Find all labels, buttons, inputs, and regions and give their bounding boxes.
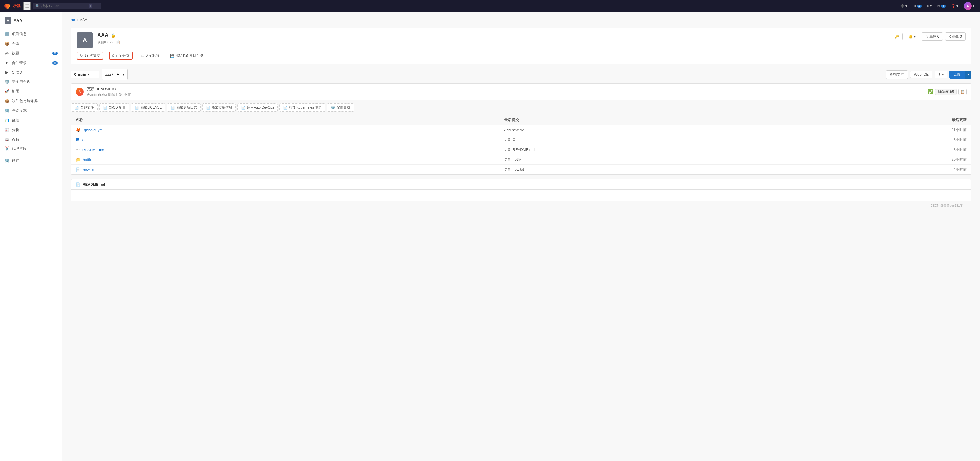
sidebar-item-deploy[interactable]: 🚀 部署 [0, 87, 62, 96]
chevron-notifications-icon: ▾ [914, 35, 916, 38]
nav-actions: ➕ ▾ 🖥 4 ⑆ ▾ ✉ 1 ❓ ▾ A ▾ [898, 1, 977, 11]
key-icon: 🔑 [895, 35, 899, 38]
screens-button[interactable]: 🖥 4 [910, 3, 924, 9]
snippets-icon: ✂️ [5, 146, 9, 151]
col-commit: 最后提交 [504, 117, 932, 122]
readme-title: README.md [83, 182, 105, 187]
hamburger-menu[interactable]: ☰ [23, 2, 31, 11]
help-button[interactable]: ❓ ▾ [949, 3, 961, 9]
file-name-newtxt[interactable]: 📄 new.txt [76, 167, 504, 172]
file-name-readme[interactable]: M↑ README.md [76, 148, 504, 152]
sidebar-item-wiki[interactable]: 📖 Wiki [0, 135, 62, 144]
md-file-icon: M↑ [76, 148, 80, 151]
find-file-button[interactable]: 查找文件 [886, 70, 908, 79]
search-input[interactable] [41, 4, 87, 8]
path-add-button[interactable]: + [114, 71, 121, 78]
web-ide-button[interactable]: Web IDE [910, 71, 932, 78]
sidebar-item-label: 议题 [12, 51, 19, 56]
logo-text: 极狐 [13, 3, 21, 8]
qa-readme-button[interactable]: 📄 自述文件 [71, 103, 98, 112]
storage-size: 407 KB 项目存储 [176, 53, 204, 58]
qa-integration-label: 配置集成 [337, 105, 350, 110]
copy-hash-button[interactable]: 📋 [958, 89, 967, 95]
file-time-0: 21小时前 [932, 127, 967, 132]
file-name-gitlabci[interactable]: 🦊 .gitlab-ci.yml [76, 128, 504, 132]
inbox-button[interactable]: ✉ 1 [935, 3, 948, 9]
inbox-badge: 1 [941, 5, 946, 8]
sidebar-item-cicd[interactable]: ▶ CI/CD [0, 68, 62, 77]
tags-stat[interactable]: 🏷 0 个标签 [138, 52, 162, 59]
qa-contribute-label: 添加贡献信息 [212, 105, 232, 110]
sidebar-item-packages[interactable]: 📦 软件包与镜像库 [0, 96, 62, 106]
commits-stat[interactable]: ↻ 18 次提交 [77, 52, 103, 60]
branches-stat[interactable]: ⑆ 7 个分支 [109, 52, 132, 60]
table-row: 📄 new.txt 更新 new.txt 4小时前 [71, 165, 971, 174]
gitlab-logo[interactable]: 极狐 [3, 2, 21, 10]
commit-hash[interactable]: 8b3c91b5 [935, 89, 957, 95]
merge-requests-nav-button[interactable]: ⑆ ▾ [925, 3, 934, 9]
qa-cicd-label: CI/CD 配置 [109, 105, 126, 110]
branch-chevron-icon: ▾ [88, 72, 90, 76]
commit-meta: Administrator 编辑于 3小时前 [87, 92, 924, 97]
doc-icon: 📄 [75, 106, 79, 110]
file-name-hotfix[interactable]: 📁 hotfix [76, 157, 504, 162]
infra-icon: ⚙️ [5, 108, 9, 113]
branch-icon: ⑆ [74, 72, 76, 76]
table-row: M↑ README.md 更新 README.md 3小时前 [71, 145, 971, 155]
sidebar-item-analytics[interactable]: 📈 分析 [0, 125, 62, 135]
fork-count: 0 [960, 35, 962, 38]
sidebar-project-header: A AAA [0, 14, 62, 27]
file-name-c[interactable]: C C [76, 138, 504, 142]
sidebar-item-infrastructure[interactable]: ⚙️ 基础设施 [0, 106, 62, 116]
commits-count: 18 次提交 [84, 53, 100, 58]
copy-id-button[interactable]: 📋 [115, 40, 122, 45]
path-navigator: aaa / + ▾ [102, 69, 128, 80]
new-item-button[interactable]: ➕ ▾ [898, 3, 909, 9]
qa-contribute-button[interactable]: 📄 添加贡献信息 [202, 103, 236, 112]
clone-button[interactable]: 克隆 [949, 71, 965, 79]
txt-file-icon: 📄 [76, 167, 81, 172]
sidebar-item-project-info[interactable]: ℹ️ 项目信息 [0, 29, 62, 39]
branch-selector[interactable]: ⑆ main ▾ [71, 71, 99, 78]
notifications-button[interactable]: 🔔 ▾ [905, 33, 919, 40]
c-file-icon: C [76, 138, 80, 141]
file-commit-1: 更新 C [504, 137, 932, 142]
path-text: aaa [105, 72, 111, 76]
star-button[interactable]: ☆ 星标 0 [921, 32, 943, 41]
sidebar-item-merge-requests[interactable]: ⑆ 合并请求 0 [0, 58, 62, 68]
top-navigation: 极狐 ☰ 🔍 / ➕ ▾ 🖥 4 ⑆ ▾ ✉ 1 ❓ ▾ A ▾ [0, 0, 980, 12]
page-footer: CSDN @美美des181了 [71, 201, 972, 210]
clone-dropdown-button[interactable]: ▾ [965, 71, 972, 79]
folder-file-icon: 📁 [76, 157, 81, 162]
download-button[interactable]: ⬇ ▾ [935, 71, 947, 78]
sidebar-item-issues[interactable]: ◎ 议题 0 [0, 49, 62, 58]
qa-integration-button[interactable]: ⚙️ 配置集成 [327, 103, 354, 112]
autodevops-icon: 📄 [241, 106, 245, 110]
sidebar-item-monitor[interactable]: 📊 监控 [0, 116, 62, 125]
qa-cicd-button[interactable]: 📄 CI/CD 配置 [99, 103, 129, 112]
fork-button[interactable]: ⑆ 派生 0 [945, 32, 966, 41]
inbox-icon: ✉ [937, 4, 940, 8]
qa-autodevops-button[interactable]: 📄 启用Auto DevOps [237, 103, 277, 112]
search-bar[interactable]: 🔍 / [33, 3, 101, 10]
sidebar-item-settings[interactable]: ⚙️ 设置 [0, 156, 62, 166]
footer-text: CSDN @美美des181了 [931, 204, 963, 207]
wiki-icon: 📖 [5, 137, 9, 141]
sidebar-item-label: 分析 [12, 127, 19, 132]
sidebar-item-snippets[interactable]: ✂️ 代码片段 [0, 144, 62, 154]
sidebar-item-security[interactable]: 🛡️ 安全与合规 [0, 77, 62, 87]
breadcrumb-parent[interactable]: mr [71, 17, 75, 22]
qa-k8s-button[interactable]: 📄 添加 Kubernetes 集群 [280, 103, 325, 112]
qa-changelog-button[interactable]: 📄 添加更新日志 [167, 103, 200, 112]
project-stats: ↻ 18 次提交 ⑆ 7 个分支 🏷 0 个标签 💾 407 KB 项目存储 [77, 52, 966, 60]
sidebar-item-repository[interactable]: 📦 仓库 [0, 39, 62, 49]
changelog-icon: 📄 [171, 106, 175, 110]
file-table: 名称 最后提交 最后更新 🦊 .gitlab-ci.yml Add new fi… [71, 115, 972, 175]
qa-license-button[interactable]: 📄 添加LICENSE [131, 103, 165, 112]
project-id-text: 项目ID: 23 [97, 40, 113, 45]
key-button[interactable]: 🔑 [891, 33, 902, 40]
profile-button[interactable]: A ▾ [962, 1, 977, 11]
search-icon: 🔍 [35, 4, 40, 8]
screen-icon: 🖥 [913, 4, 916, 8]
file-commit-0: Add new file [504, 128, 932, 132]
